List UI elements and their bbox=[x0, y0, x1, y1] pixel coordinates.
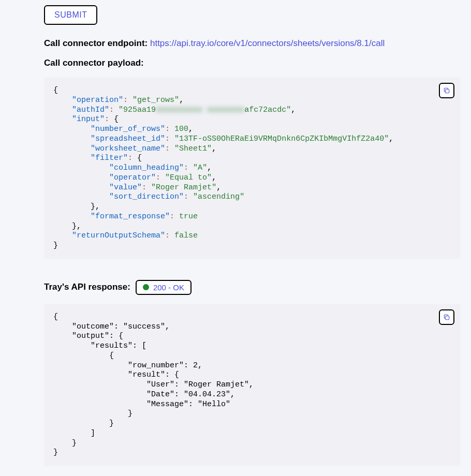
payload-code-block: { "operation": "get_rows", "authId": "92… bbox=[44, 78, 461, 259]
endpoint-row: Call connector endpoint: https://api.tra… bbox=[44, 38, 461, 49]
endpoint-url[interactable]: https://api.tray.io/core/v1/connectors/s… bbox=[150, 38, 385, 48]
api-response-row: Tray's API response: 200 - OK bbox=[44, 280, 461, 295]
submit-button[interactable]: SUBMIT bbox=[44, 5, 97, 25]
copy-icon bbox=[443, 86, 450, 95]
status-badge: 200 - OK bbox=[136, 280, 192, 295]
endpoint-label: Call connector endpoint: bbox=[44, 38, 148, 48]
status-dot-icon bbox=[143, 284, 149, 290]
response-code-block: { "outcome": "success", "output": { "res… bbox=[44, 304, 461, 466]
copy-icon bbox=[443, 313, 450, 321]
svg-rect-0 bbox=[446, 90, 449, 93]
svg-rect-1 bbox=[446, 316, 449, 319]
payload-label: Call connector payload: bbox=[44, 58, 461, 68]
copy-response-button[interactable] bbox=[439, 309, 454, 325]
api-response-label: Tray's API response: bbox=[44, 282, 130, 292]
copy-payload-button[interactable] bbox=[439, 83, 454, 98]
status-text: 200 - OK bbox=[153, 283, 184, 292]
